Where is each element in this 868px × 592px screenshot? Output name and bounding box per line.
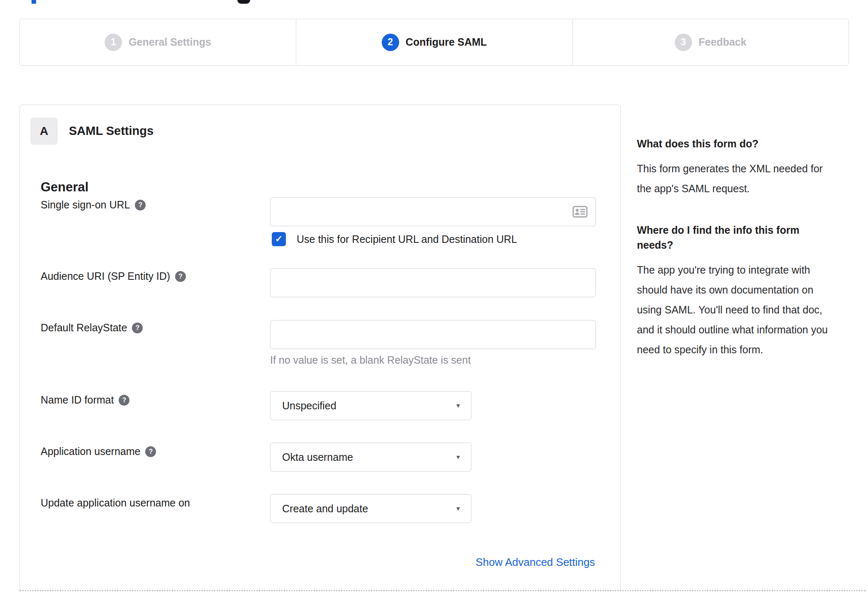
default-relaystate-label: Default RelayState ? xyxy=(41,322,143,334)
select-value: Unspecified xyxy=(282,400,336,412)
help-heading: What does this form do? xyxy=(637,136,833,151)
application-username-label: Application username ? xyxy=(41,445,156,457)
field-label-text: Audience URI (SP Entity ID) xyxy=(41,270,170,282)
checkbox-label: Use this for Recipient URL and Destinati… xyxy=(297,233,517,245)
help-body: This form generates the XML needed for t… xyxy=(637,159,833,198)
name-id-format-label: Name ID format ? xyxy=(41,394,129,406)
help-heading: Where do I find the info this form needs… xyxy=(637,223,833,252)
help-icon[interactable]: ? xyxy=(175,271,186,282)
default-relaystate-input[interactable] xyxy=(270,320,596,349)
chevron-down-icon: ▼ xyxy=(455,402,461,409)
select-value: Create and update xyxy=(282,503,368,515)
field-label-text: Update application username on xyxy=(41,497,190,509)
checkbox-checked-icon[interactable]: ✓ xyxy=(272,232,286,246)
cropped-header-accent xyxy=(32,0,36,4)
field-label-text: Name ID format xyxy=(41,394,114,406)
step-label: Configure SAML xyxy=(406,36,487,48)
step-number-badge: 2 xyxy=(382,34,399,51)
select-value: Okta username xyxy=(282,451,353,463)
show-advanced-settings-link[interactable]: Show Advanced Settings xyxy=(475,556,595,569)
step-configure-saml[interactable]: 2 Configure SAML xyxy=(296,19,572,65)
update-application-username-label: Update application username on xyxy=(41,497,190,509)
field-label-text: Single sign-on URL xyxy=(41,199,130,211)
field-label-text: Application username xyxy=(41,445,140,457)
step-label: General Settings xyxy=(129,36,211,48)
saml-settings-panel: A SAML Settings General Single sign-on U… xyxy=(20,105,621,592)
step-feedback[interactable]: 3 Feedback xyxy=(572,19,848,65)
help-block: Where do I find the info this form needs… xyxy=(637,223,833,360)
help-icon[interactable]: ? xyxy=(145,446,156,457)
step-general-settings[interactable]: 1 General Settings xyxy=(20,19,296,65)
name-id-format-select[interactable]: Unspecified ▼ xyxy=(270,391,471,420)
single-sign-on-url-input[interactable] xyxy=(270,197,596,226)
help-block: What does this form do? This form genera… xyxy=(637,136,833,198)
audience-uri-input[interactable] xyxy=(270,268,596,297)
contact-card-icon[interactable] xyxy=(573,206,588,218)
panel-title: SAML Settings xyxy=(69,124,154,138)
help-sidebar: What does this form do? This form genera… xyxy=(637,136,833,360)
step-number-badge: 1 xyxy=(105,34,122,51)
wizard-stepper: 1 General Settings 2 Configure SAML 3 Fe… xyxy=(20,19,849,66)
general-section-heading: General xyxy=(41,180,88,195)
chevron-down-icon: ▼ xyxy=(455,454,461,460)
relaystate-hint: If no value is set, a blank RelayState i… xyxy=(270,354,471,366)
single-sign-on-url-label: Single sign-on URL ? xyxy=(41,199,146,211)
cropped-header-toggle-fragment xyxy=(237,0,250,4)
help-icon[interactable]: ? xyxy=(135,200,146,210)
chevron-down-icon: ▼ xyxy=(455,505,461,512)
single-sign-on-url-field-wrap xyxy=(270,197,596,226)
application-username-select[interactable]: Okta username ▼ xyxy=(270,443,471,472)
help-icon[interactable]: ? xyxy=(119,395,129,406)
field-label-text: Default RelayState xyxy=(41,322,127,334)
update-application-username-select[interactable]: Create and update ▼ xyxy=(270,494,471,523)
help-icon[interactable]: ? xyxy=(132,323,143,333)
section-a-badge: A xyxy=(30,117,58,145)
dotted-section-divider xyxy=(20,590,866,591)
audience-uri-label: Audience URI (SP Entity ID) ? xyxy=(41,270,186,282)
use-recipient-url-checkbox-row[interactable]: ✓ Use this for Recipient URL and Destina… xyxy=(272,232,517,246)
step-label: Feedback xyxy=(699,36,746,48)
step-number-badge: 3 xyxy=(675,34,692,51)
help-body: The app you're trying to integrate with … xyxy=(637,260,833,360)
